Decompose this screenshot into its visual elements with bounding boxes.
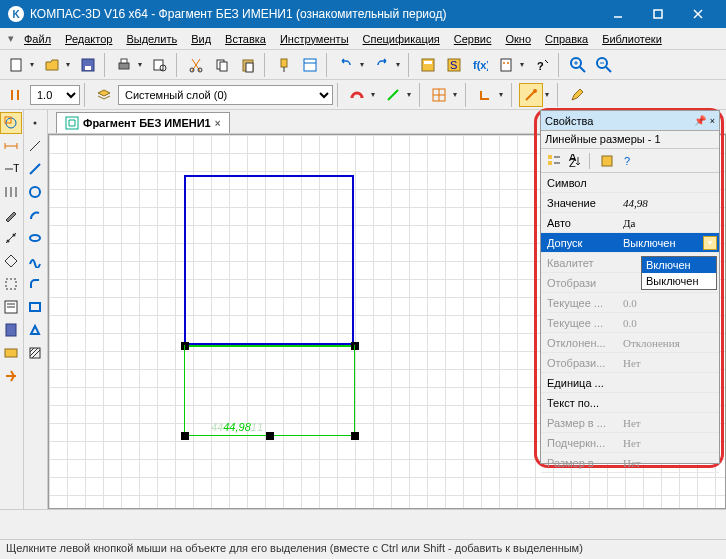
prop-current2[interactable]: Текущее ...0.0 (541, 313, 719, 333)
prop-unit[interactable]: Единица ... (541, 373, 719, 393)
ellipse-tool[interactable] (24, 227, 46, 249)
menu-file[interactable]: Файл (18, 31, 57, 47)
measure-tool[interactable] (0, 250, 22, 272)
grid-button[interactable] (427, 83, 451, 107)
help-button[interactable]: ? (530, 53, 554, 77)
snap-button[interactable] (345, 83, 369, 107)
filter-icon[interactable] (598, 152, 616, 170)
option-on[interactable]: Включен (642, 257, 716, 273)
fragment-icon[interactable] (0, 365, 22, 387)
layer-combo[interactable]: Системный слой (0) (118, 85, 333, 105)
notation-tool[interactable]: T (0, 158, 22, 180)
maximize-button[interactable] (638, 0, 678, 28)
undo-button[interactable] (334, 53, 358, 77)
calc-button[interactable] (494, 53, 518, 77)
menu-libraries[interactable]: Библиотеки (596, 31, 668, 47)
menu-view[interactable]: Вид (185, 31, 217, 47)
menu-window[interactable]: Окно (499, 31, 537, 47)
arc-tool[interactable] (24, 204, 46, 226)
dim-handle-right[interactable] (351, 432, 359, 440)
edit-button[interactable] (565, 83, 589, 107)
prop-current1[interactable]: Текущее ...0.0 (541, 293, 719, 313)
dropdown-arrow-icon[interactable]: ▾ (703, 236, 717, 250)
dim-handle-mid[interactable] (266, 432, 274, 440)
handle-right[interactable] (351, 342, 359, 350)
rounding-button[interactable] (519, 83, 543, 107)
hatch-tool[interactable] (24, 342, 46, 364)
fillet-tool[interactable] (24, 273, 46, 295)
dimension-text[interactable]: 4444,9811 (211, 413, 263, 436)
param-button[interactable] (381, 83, 405, 107)
select-tool[interactable] (0, 273, 22, 295)
autoshape-tool[interactable] (24, 319, 46, 341)
menu-toggle-icon[interactable]: ▾ (6, 32, 16, 45)
ortho-button[interactable] (473, 83, 497, 107)
option-off[interactable]: Выключен (642, 273, 716, 289)
spec-button[interactable]: S (442, 53, 466, 77)
sort-az-icon[interactable]: AZ (566, 152, 584, 170)
prop-text[interactable]: Текст по... (541, 393, 719, 413)
menu-insert[interactable]: Вставка (219, 31, 272, 47)
prop-show2[interactable]: Отобрази...Нет (541, 353, 719, 373)
prop-auto[interactable]: АвтоДа (541, 213, 719, 233)
prop-value[interactable]: Значение44,98 (541, 193, 719, 213)
point-tool[interactable] (24, 112, 46, 134)
paste-button[interactable] (236, 53, 260, 77)
categorized-icon[interactable] (545, 152, 563, 170)
scale-combo[interactable]: 1.0 (30, 85, 80, 105)
tab-fragment[interactable]: Фрагмент БЕЗ ИМЕНИ1 × (56, 112, 230, 133)
handle-left[interactable] (181, 342, 189, 350)
tolerance-dropdown[interactable]: Включен Выключен (641, 256, 717, 290)
layers-button[interactable] (92, 83, 116, 107)
tab-close-icon[interactable]: × (215, 118, 221, 129)
reports-tool[interactable] (0, 319, 22, 341)
prop-deviation[interactable]: Отклонен...Отклонения (541, 333, 719, 353)
axis-line-tool[interactable] (24, 135, 46, 157)
build-notation-tool[interactable] (0, 181, 22, 203)
rect-tool[interactable] (24, 296, 46, 318)
properties-header[interactable]: Свойства 📌 × (541, 111, 719, 131)
new-button[interactable] (4, 53, 28, 77)
selected-line[interactable] (184, 345, 354, 347)
line-tool[interactable] (24, 158, 46, 180)
spline-tool[interactable] (24, 250, 46, 272)
minimize-button[interactable] (598, 0, 638, 28)
manager-button[interactable] (416, 53, 440, 77)
menu-service[interactable]: Сервис (448, 31, 498, 47)
copy-button[interactable] (210, 53, 234, 77)
geometry-tool[interactable] (0, 112, 22, 134)
param-tool[interactable] (0, 227, 22, 249)
format-brush-button[interactable] (272, 53, 296, 77)
insert-tool[interactable] (0, 342, 22, 364)
menu-edit[interactable]: Редактор (59, 31, 118, 47)
pin-icon[interactable]: 📌 (694, 115, 706, 126)
props-help-icon[interactable]: ? (619, 152, 637, 170)
redo-button[interactable] (370, 53, 394, 77)
preview-button[interactable] (148, 53, 172, 77)
prop-underline[interactable]: Подчеркн...Нет (541, 433, 719, 453)
edit-tool[interactable] (0, 204, 22, 226)
prop-dim1[interactable]: Размер в ...Нет (541, 413, 719, 433)
close-button[interactable] (678, 0, 718, 28)
save-button[interactable] (76, 53, 100, 77)
dim-handle-left[interactable] (181, 432, 189, 440)
dimension-tool[interactable] (0, 135, 22, 157)
menu-select[interactable]: Выделить (120, 31, 183, 47)
menu-spec[interactable]: Спецификация (357, 31, 446, 47)
menu-tools[interactable]: Инструменты (274, 31, 355, 47)
zoom-in-button[interactable] (566, 53, 590, 77)
prop-tolerance[interactable]: ДопускВыключен▾ (541, 233, 719, 253)
menu-help[interactable]: Справка (539, 31, 594, 47)
open-button[interactable] (40, 53, 64, 77)
prop-dim2[interactable]: Размер вНет (541, 453, 719, 473)
spec-tool[interactable] (0, 296, 22, 318)
print-button[interactable] (112, 53, 136, 77)
blue-rectangle[interactable] (184, 175, 354, 345)
close-panel-icon[interactable]: × (710, 116, 715, 126)
prop-symbol[interactable]: Символ (541, 173, 719, 193)
variables-button[interactable]: f(x) (468, 53, 492, 77)
circle-tool[interactable] (24, 181, 46, 203)
properties-button[interactable] (298, 53, 322, 77)
zoom-out-button[interactable] (592, 53, 616, 77)
cut-button[interactable] (184, 53, 208, 77)
